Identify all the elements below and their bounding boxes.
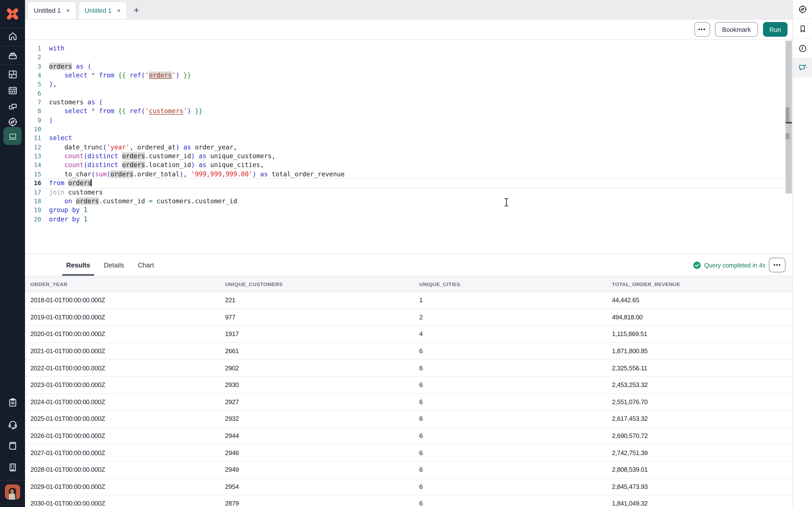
table-cell: 2018-01-01T00:00:00.000Z (31, 297, 225, 304)
sidebar-support-icon[interactable] (0, 415, 25, 434)
sidebar-notebook-icon[interactable] (3, 127, 21, 145)
column-header[interactable]: TOTAL_ORDER_REVENUE (612, 281, 793, 287)
code-line[interactable]: 18 on orders.customer_id = customers.cus… (25, 197, 793, 206)
code-line[interactable]: 5), (25, 80, 793, 89)
code-line[interactable]: 7customers as ( (25, 98, 793, 107)
more-options-button[interactable]: ••• (694, 22, 710, 37)
code-line[interactable]: 9) (25, 116, 793, 125)
code-line[interactable]: 4 select * from {{ ref('orders') }} (25, 71, 793, 80)
table-cell: 44,442.65 (612, 297, 793, 304)
panel-ai-assistant-icon[interactable] (793, 58, 812, 77)
table-cell: 6 (419, 483, 612, 490)
table-row[interactable]: 2030-01-01T00:00:00.000Z287961,841,049.3… (25, 495, 793, 507)
results-more-button[interactable]: ••• (769, 258, 785, 272)
code-text: select (49, 134, 72, 143)
table-cell: 2949 (225, 466, 419, 473)
code-line[interactable]: 10 (25, 125, 793, 134)
bookmark-button[interactable]: Bookmark (715, 22, 758, 37)
sql-editor[interactable]: 1with23orders as (4 select * from {{ ref… (25, 40, 793, 254)
table-cell: 6 (419, 466, 612, 473)
hex-logo[interactable] (0, 4, 25, 23)
table-cell: 2,325,556.11 (612, 364, 793, 372)
table-row[interactable]: 2028-01-01T00:00:00.000Z294962,808,539.0… (25, 461, 793, 478)
tab-close-icon[interactable]: × (66, 7, 70, 14)
table-cell: 2946 (225, 449, 419, 456)
code-line[interactable]: 8 select * from {{ ref('customers') }} (25, 107, 793, 116)
code-line[interactable]: 3orders as ( (25, 62, 793, 71)
line-number: 8 (25, 107, 41, 116)
tab-label: Untitled 1 (34, 7, 61, 14)
run-button[interactable]: Run (763, 22, 788, 37)
code-text: with (49, 44, 64, 53)
code-line[interactable]: 19group by 1 (25, 206, 793, 215)
table-row[interactable]: 2019-01-01T00:00:00.000Z9772494,818.00 (25, 309, 793, 326)
column-header[interactable]: UNIQUE_CITIES (419, 281, 612, 287)
query-status-text: Query completed in 4s (704, 262, 765, 269)
sidebar-changelog-icon[interactable] (0, 393, 25, 412)
success-check-icon (693, 262, 701, 269)
user-avatar[interactable] (5, 485, 20, 500)
table-row[interactable]: 2025-01-01T00:00:00.000Z293262,617,453.3… (25, 410, 793, 428)
sidebar-docs-icon[interactable] (0, 437, 25, 455)
column-header[interactable]: ORDER_YEAR (31, 281, 225, 287)
tab-close-icon[interactable]: × (117, 7, 120, 14)
sidebar-collections-icon[interactable] (0, 46, 25, 65)
sidebar-components-icon[interactable] (0, 65, 25, 84)
results-tab-results[interactable]: Results (62, 254, 94, 276)
panel-bookmarks-icon[interactable] (793, 19, 812, 39)
new-tab-button[interactable]: + (129, 1, 144, 19)
code-line[interactable]: 1with (25, 44, 793, 53)
code-text: join customers (49, 188, 103, 197)
code-line[interactable]: 15 to_char(sum(orders.order_total), '999… (25, 170, 793, 179)
line-number: 3 (25, 62, 41, 71)
table-cell: 6 (419, 449, 612, 456)
panel-explore-icon[interactable] (793, 0, 812, 19)
code-text: on orders.customer_id = customers.custom… (49, 197, 237, 206)
results-tab-bar: ResultsDetailsChart Query completed in 4… (25, 254, 793, 276)
code-line[interactable]: 12 date_trunc('year', ordered_at) as ord… (25, 143, 793, 152)
results-tab-list: ResultsDetailsChart (62, 254, 158, 276)
table-cell: 221 (225, 297, 419, 304)
code-line[interactable]: 6 (25, 89, 793, 98)
table-row[interactable]: 2023-01-01T00:00:00.000Z293062,453,253.3… (25, 377, 793, 394)
code-line[interactable]: 13 count(distinct orders.customer_id) as… (25, 152, 793, 161)
sidebar-organization-icon[interactable] (0, 458, 25, 476)
line-number: 14 (25, 161, 41, 170)
table-cell: 2029-01-01T00:00:00.000Z (31, 483, 225, 490)
table-row[interactable]: 2018-01-01T00:00:00.000Z221144,442.65 (25, 292, 793, 309)
table-cell: 2,742,751.39 (612, 449, 793, 456)
avatar-image (5, 485, 20, 500)
column-header[interactable]: UNIQUE_CUSTOMERS (225, 281, 419, 287)
code-line[interactable]: 14 count(distinct orders.location_id) as… (25, 161, 793, 170)
code-line[interactable]: 17join customers (25, 188, 793, 197)
panel-history-icon[interactable] (793, 39, 812, 58)
table-row[interactable]: 2021-01-01T00:00:00.000Z266161,871,800.8… (25, 343, 793, 360)
sidebar-home-icon[interactable] (0, 27, 25, 46)
code-line[interactable]: 11select (25, 134, 793, 143)
code-text: count(distinct orders.customer_id) as un… (49, 152, 275, 161)
editor-scrollbar-thumb[interactable] (785, 107, 790, 122)
results-tab-details[interactable]: Details (100, 254, 128, 276)
table-row[interactable]: 2029-01-01T00:00:00.000Z295462,845,473.9… (25, 478, 793, 495)
table-row[interactable]: 2027-01-01T00:00:00.000Z294662,742,751.3… (25, 445, 793, 461)
table-row[interactable]: 2022-01-01T00:00:00.000Z290262,325,556.1… (25, 360, 793, 377)
table-row[interactable]: 2024-01-01T00:00:00.000Z292762,551,076.7… (25, 394, 793, 410)
editor-tab[interactable]: Untitled 1× (78, 1, 127, 19)
table-cell: 2 (419, 314, 612, 321)
table-row[interactable]: 2026-01-01T00:00:00.000Z294462,690,570.7… (25, 428, 793, 445)
code-line[interactable]: 2 (25, 53, 793, 62)
editor-tab[interactable]: Untitled 1× (28, 1, 76, 19)
editor-scrollbar-cursor-mark (785, 122, 792, 123)
line-number: 20 (25, 215, 41, 224)
code-text: date_trunc('year', ordered_at) as order_… (49, 143, 237, 152)
code-line[interactable]: 16from orders (25, 179, 793, 188)
table-cell: 2027-01-01T00:00:00.000Z (31, 449, 225, 456)
line-number: 2 (25, 53, 41, 62)
table-cell: 2028-01-01T00:00:00.000Z (31, 466, 225, 473)
results-tab-chart[interactable]: Chart (134, 254, 158, 276)
table-body: 2018-01-01T00:00:00.000Z221144,442.65201… (25, 292, 793, 507)
code-line[interactable]: 20order by 1 (25, 215, 793, 224)
table-row[interactable]: 2020-01-01T00:00:00.000Z191741,115,869.5… (25, 326, 793, 343)
line-number: 16 (25, 179, 41, 188)
table-cell: 2019-01-01T00:00:00.000Z (31, 314, 225, 321)
